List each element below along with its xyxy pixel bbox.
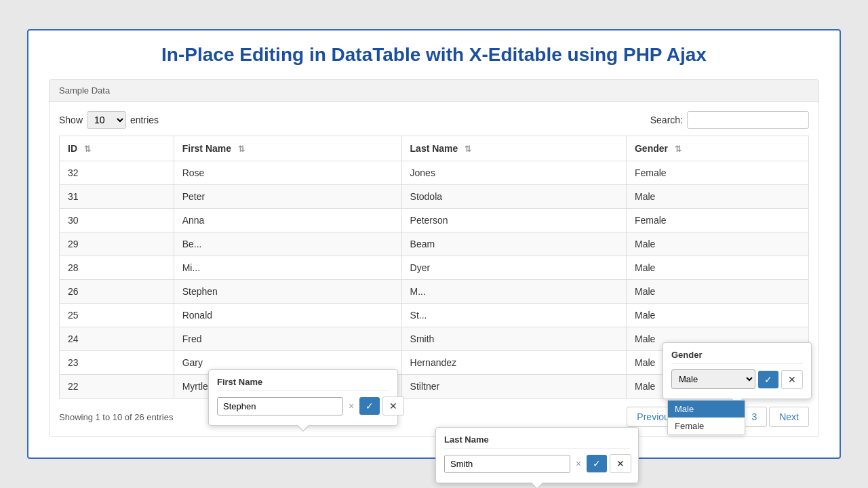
entries-label: entries — [130, 115, 159, 125]
lastname-popover: Last Name × ✓ ✕ — [435, 427, 639, 483]
cell-firstname[interactable]: Be... — [174, 232, 401, 256]
col-lastname-header[interactable]: Last Name ⇅ — [401, 136, 626, 161]
firstname-input-row: × ✓ ✕ — [217, 396, 389, 415]
outer-container: In-Place Editing in DataTable with X-Edi… — [27, 29, 841, 459]
gender-option-male[interactable]: Male — [668, 401, 745, 418]
cell-firstname[interactable]: Fred — [174, 327, 401, 351]
table-row: 31PeterStodolaMale — [60, 185, 809, 209]
cell-gender[interactable]: Female — [626, 161, 808, 185]
lastname-input[interactable] — [444, 455, 570, 473]
table-row: 32RoseJonesFemale — [60, 161, 809, 185]
gender-popover: Gender Male Female ✓ ✕ — [663, 342, 812, 399]
cell-id: 32 — [60, 161, 174, 185]
cell-firstname[interactable]: Rose — [174, 161, 401, 185]
cell-firstname[interactable]: Ronald — [174, 304, 401, 327]
show-entries: Show 10 25 50 100 entries — [59, 111, 159, 129]
table-row: 25RonaldSt...Male — [60, 304, 809, 327]
page-title: In-Place Editing in DataTable with X-Edi… — [49, 44, 819, 66]
sort-icon-lastname: ⇅ — [465, 144, 471, 154]
lastname-cancel-button[interactable]: ✕ — [610, 454, 631, 473]
cell-id: 28 — [60, 256, 174, 280]
cell-firstname[interactable]: Peter — [174, 185, 401, 209]
card: Sample Data Show 10 25 50 100 entries Se… — [49, 79, 819, 437]
search-input[interactable] — [687, 111, 809, 129]
sort-icon-firstname: ⇅ — [238, 144, 245, 154]
firstname-input[interactable] — [217, 397, 343, 415]
cell-lastname[interactable]: Hernandez — [401, 351, 626, 375]
card-body: Show 10 25 50 100 entries Search: — [50, 102, 818, 436]
table-controls: Show 10 25 50 100 entries Search: — [59, 111, 809, 129]
cell-lastname[interactable]: Beam — [401, 232, 626, 256]
cell-lastname[interactable]: M... — [401, 280, 626, 304]
col-firstname-header[interactable]: First Name ⇅ — [174, 136, 401, 161]
firstname-popover-title: First Name — [217, 377, 389, 391]
lastname-popover-arrow — [530, 483, 544, 488]
cell-lastname[interactable]: Stodola — [401, 185, 626, 209]
table-info: Showing 1 to 10 of 26 entries — [59, 412, 173, 422]
search-label: Search: — [650, 115, 683, 125]
cell-lastname[interactable]: Smith — [401, 327, 626, 351]
firstname-cancel-button[interactable]: ✕ — [382, 396, 404, 415]
table-row: 29Be...BeamMale — [60, 232, 809, 256]
cell-gender[interactable]: Male — [626, 185, 808, 209]
cell-lastname[interactable]: St... — [401, 304, 626, 327]
lastname-input-row: × ✓ ✕ — [444, 454, 630, 473]
cell-firstname[interactable]: Stephen — [174, 280, 401, 304]
cell-id: 22 — [60, 375, 174, 399]
lastname-clear-button[interactable]: × — [573, 458, 584, 469]
cell-gender[interactable]: Male — [626, 256, 808, 280]
table-header-row: ID ⇅ First Name ⇅ Last Name ⇅ — [60, 136, 809, 161]
table-row: 26StephenM...Male — [60, 280, 809, 304]
cell-lastname[interactable]: Peterson — [401, 209, 626, 232]
firstname-popover-arrow — [296, 425, 310, 432]
cell-gender[interactable]: Male — [626, 232, 808, 256]
table-wrapper: ID ⇅ First Name ⇅ Last Name ⇅ — [59, 136, 809, 399]
entries-select[interactable]: 10 25 50 100 — [87, 111, 126, 129]
cell-id: 30 — [60, 209, 174, 232]
gender-select[interactable]: Male Female — [671, 369, 755, 389]
cell-id: 26 — [60, 280, 174, 304]
cell-id: 31 — [60, 185, 174, 209]
cell-gender[interactable]: Female — [626, 209, 808, 232]
show-label: Show — [59, 115, 83, 125]
lastname-popover-title: Last Name — [444, 434, 630, 449]
cell-id: 25 — [60, 304, 174, 327]
gender-cancel-button[interactable]: ✕ — [781, 370, 803, 389]
firstname-clear-button[interactable]: × — [346, 401, 357, 411]
col-id-header[interactable]: ID ⇅ — [60, 136, 174, 161]
cell-gender[interactable]: Male — [626, 304, 808, 327]
firstname-popover: First Name × ✓ ✕ — [208, 369, 398, 426]
sort-icon-id: ⇅ — [84, 144, 91, 154]
cell-lastname[interactable]: Dyer — [401, 256, 626, 280]
cell-gender[interactable]: Male — [626, 280, 808, 304]
firstname-ok-button[interactable]: ✓ — [359, 397, 380, 415]
cell-id: 23 — [60, 351, 174, 375]
cell-firstname[interactable]: Anna — [174, 209, 401, 232]
cell-lastname[interactable]: Stiltner — [401, 375, 626, 399]
gender-popover-title: Gender — [671, 350, 803, 364]
gender-input-row: Male Female ✓ ✕ — [671, 369, 803, 389]
cell-id: 24 — [60, 327, 174, 351]
page-3-button[interactable]: 3 — [741, 407, 767, 427]
sort-icon-gender: ⇅ — [675, 144, 682, 154]
gender-dropdown-options: Male Female — [667, 400, 745, 435]
gender-ok-button[interactable]: ✓ — [758, 371, 778, 388]
table-row: 28Mi...DyerMale — [60, 256, 809, 280]
cell-firstname[interactable]: Mi... — [174, 256, 401, 280]
table-row: 30AnnaPetersonFemale — [60, 209, 809, 232]
card-header: Sample Data — [50, 80, 818, 102]
search-box: Search: — [650, 111, 809, 129]
cell-lastname[interactable]: Jones — [401, 161, 626, 185]
gender-option-female[interactable]: Female — [668, 418, 745, 434]
cell-id: 29 — [60, 232, 174, 256]
col-gender-header[interactable]: Gender ⇅ — [626, 136, 808, 161]
next-button[interactable]: Next — [769, 407, 809, 427]
lastname-ok-button[interactable]: ✓ — [587, 455, 607, 472]
